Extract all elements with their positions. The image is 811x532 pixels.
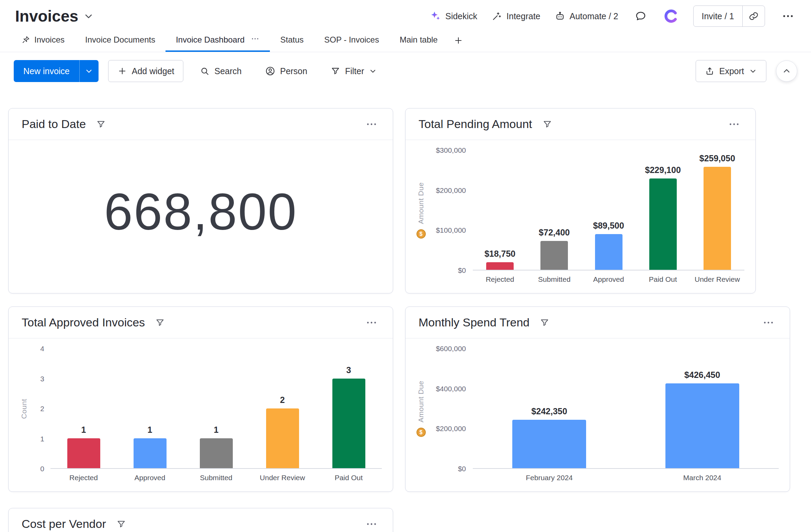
filter-button[interactable]: Filter <box>324 60 384 82</box>
bar-column: $259,050 <box>690 150 744 270</box>
chart-plot: 11123 <box>50 349 382 469</box>
filter-label: Filter <box>345 66 364 76</box>
bar-value-label: $426,450 <box>684 370 720 380</box>
bar-paid-out[interactable] <box>649 178 677 270</box>
x-axis-labels: February 2024March 2024 <box>473 474 779 482</box>
automate-button[interactable]: Automate / 2 <box>555 11 618 21</box>
export-label: Export <box>719 66 744 76</box>
invoices-dashboard-app: Invoices Sidekick <box>0 0 811 532</box>
bar-value-label: $242,350 <box>532 406 567 416</box>
widget-filter-funnel-icon[interactable] <box>96 119 106 129</box>
category-label: Paid Out <box>316 474 382 482</box>
widget-cost-per-vendor: Cost per Vendor <box>8 508 393 532</box>
x-axis-labels: RejectedSubmittedApprovedPaid OutUnder R… <box>473 275 744 284</box>
tab-invoices[interactable]: Invoices <box>15 32 75 52</box>
bar-under-review[interactable] <box>704 167 731 270</box>
tab-invoice-dashboard[interactable]: Invoice Dashboard <box>165 32 270 52</box>
tab-label: Main table <box>400 35 438 45</box>
y-axis-label-text: Amount Due <box>417 381 425 423</box>
filter-chevron-down-icon <box>369 67 377 75</box>
copy-link-icon[interactable] <box>743 11 765 21</box>
widget-menu-dots-icon[interactable] <box>363 516 380 532</box>
category-label: March 2024 <box>626 474 779 482</box>
tab-sop-invoices[interactable]: SOP - Invoices <box>314 32 389 52</box>
funnel-icon <box>331 66 340 76</box>
bar-column: 3 <box>316 349 382 468</box>
bar-rejected[interactable] <box>67 438 100 468</box>
tab-menu-dots-icon[interactable] <box>251 34 260 45</box>
bar-approved[interactable] <box>134 438 167 468</box>
sidekick-button[interactable]: Sidekick <box>430 11 477 22</box>
bar-value-label: $72,400 <box>539 228 570 238</box>
bar-under-review[interactable] <box>266 408 299 468</box>
bar-value-label: 1 <box>148 425 152 435</box>
tab-main-table[interactable]: Main table <box>389 32 448 52</box>
y-axis-ticks: 43210 <box>32 349 50 469</box>
bar-march-2024[interactable] <box>665 383 739 468</box>
widget-menu-dots-icon[interactable] <box>363 116 380 132</box>
bar-rejected[interactable] <box>486 262 514 270</box>
widget-title: Monthly Spend Trend <box>419 316 529 329</box>
top-header: Invoices Sidekick <box>0 0 811 32</box>
bar-value-label: $18,750 <box>484 249 515 259</box>
new-invoice-chevron-down-icon[interactable] <box>79 60 99 82</box>
widget-filter-funnel-icon[interactable] <box>116 519 126 529</box>
bar-chart-total-approved: Count 43210 11123 RejectedApprovedSubmit… <box>9 338 393 482</box>
bar-value-label: 1 <box>81 425 86 435</box>
category-label: February 2024 <box>473 474 626 482</box>
board-menu-dots-icon[interactable] <box>779 8 797 25</box>
integrate-button[interactable]: Integrate <box>492 11 540 21</box>
paid-to-date-value: 668,800 <box>104 182 297 242</box>
bar-february-2024[interactable] <box>512 420 586 468</box>
widget-header: Paid to Date <box>9 108 393 140</box>
person-filter-button[interactable]: Person <box>258 60 314 82</box>
search-button[interactable]: Search <box>193 60 248 82</box>
widget-monthly-spend-trend: Monthly Spend Trend Amount Due $ $600,00… <box>405 307 790 492</box>
bar-chart-monthly-spend: Amount Due $ $600,000$400,000$200,000$0 … <box>406 338 790 482</box>
tab-status[interactable]: Status <box>270 32 314 52</box>
widget-menu-dots-icon[interactable] <box>760 314 777 331</box>
widget-menu-dots-icon[interactable] <box>726 116 742 132</box>
bar-paid-out[interactable] <box>332 379 365 468</box>
chat-bubble-icon[interactable] <box>633 8 649 24</box>
collapse-toolbar-chevron-up-icon[interactable] <box>776 60 797 82</box>
bar-column: $18,750 <box>473 150 527 270</box>
person-label: Person <box>280 66 307 76</box>
bar-submitted[interactable] <box>540 241 568 270</box>
bar-approved[interactable] <box>595 234 622 270</box>
widget-title: Paid to Date <box>22 117 86 131</box>
widget-filter-funnel-icon[interactable] <box>540 318 549 327</box>
integrations-wand-icon <box>492 11 502 21</box>
board-title: Invoices <box>15 7 78 25</box>
widget-menu-dots-icon[interactable] <box>363 314 380 331</box>
invite-button[interactable]: Invite / 1 <box>694 11 743 21</box>
person-icon <box>265 66 275 76</box>
tab-label: SOP - Invoices <box>324 35 379 45</box>
board-title-chevron-down-icon[interactable] <box>83 11 94 22</box>
export-button[interactable]: Export <box>696 60 766 82</box>
tab-invoice-documents[interactable]: Invoice Documents <box>75 32 165 52</box>
widget-total-approved-invoices: Total Approved Invoices Count 43210 1112… <box>8 307 393 492</box>
pin-icon <box>21 35 30 44</box>
bar-submitted[interactable] <box>200 438 233 468</box>
bar-value-label: 2 <box>280 395 285 405</box>
add-widget-button[interactable]: Add widget <box>108 60 184 82</box>
widget-header: Total Pending Amount <box>406 108 755 140</box>
add-tab-plus-icon[interactable] <box>448 32 469 52</box>
bar-value-label: $229,100 <box>645 165 681 175</box>
category-label: Submitted <box>183 474 249 482</box>
bar-column: $242,350 <box>473 349 626 468</box>
tab-label: Invoice Dashboard <box>176 35 244 45</box>
invite-group: Invite / 1 <box>693 5 765 27</box>
widget-filter-funnel-icon[interactable] <box>155 318 165 327</box>
bar-column: $426,450 <box>626 349 779 468</box>
robot-icon <box>555 11 565 21</box>
c-logo[interactable] <box>663 8 679 24</box>
export-chevron-down-icon <box>749 67 757 75</box>
widget-paid-to-date: Paid to Date 668,800 <box>8 108 393 293</box>
search-icon <box>200 66 209 76</box>
widget-filter-funnel-icon[interactable] <box>542 119 552 129</box>
export-icon <box>705 66 715 76</box>
new-invoice-button[interactable]: New invoice <box>14 60 79 82</box>
automate-label: Automate / 2 <box>570 11 618 21</box>
